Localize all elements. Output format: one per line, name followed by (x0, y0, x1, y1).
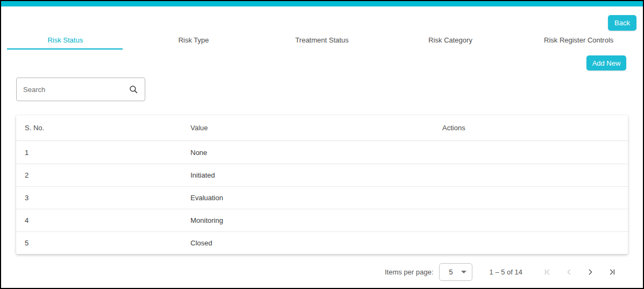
table-row: 3 Evaluation (16, 186, 628, 209)
tab-bar: Risk Status Risk Type Treatment Status R… (1, 31, 643, 50)
table-card: S. No. Value Actions 1 None 2 Initiated … (16, 115, 628, 254)
page-range-label: 1 – 5 of 14 (490, 268, 522, 276)
search-input[interactable] (17, 86, 129, 94)
chevron-down-icon (461, 271, 466, 273)
top-accent-bar (1, 1, 643, 6)
table-header-row: S. No. Value Actions (16, 115, 628, 141)
search-icon (129, 84, 145, 94)
next-page-icon[interactable] (579, 263, 601, 281)
tab-risk-status[interactable]: Risk Status (1, 31, 130, 50)
table-row: 4 Monitoring (16, 209, 628, 231)
app-window: Back Risk Status Risk Type Treatment Sta… (0, 0, 644, 289)
tab-risk-category[interactable]: Risk Category (386, 31, 515, 50)
cell-sno: 3 (16, 194, 190, 202)
tab-risk-register-controls[interactable]: Risk Register Controls (514, 31, 643, 50)
search-box (16, 77, 145, 101)
back-button[interactable]: Back (608, 15, 636, 31)
paginator: Items per page: 5 1 – 5 of 14 (385, 263, 622, 281)
column-header-value: Value (190, 124, 442, 132)
table-body: 1 None 2 Initiated 3 Evaluation 4 Monito… (16, 141, 628, 254)
tab-risk-type[interactable]: Risk Type (130, 31, 258, 50)
column-header-actions: Actions (442, 124, 628, 132)
table-row: 1 None (16, 141, 628, 164)
table-row: 2 Initiated (16, 164, 628, 186)
first-page-icon (536, 263, 558, 281)
cell-sno: 4 (16, 216, 190, 224)
page-size-select[interactable]: 5 (439, 263, 472, 281)
cell-value: Closed (190, 239, 442, 247)
cell-value: Monitoring (190, 216, 442, 224)
page-size-value: 5 (449, 268, 453, 276)
table-row: 5 Closed (16, 231, 628, 254)
tab-treatment-status[interactable]: Treatment Status (258, 31, 386, 50)
cell-sno: 2 (16, 171, 190, 179)
add-new-button[interactable]: Add New (586, 55, 626, 71)
cell-sno: 1 (16, 149, 190, 157)
page-nav-buttons (536, 263, 622, 281)
items-per-page-label: Items per page: (385, 268, 433, 276)
cell-value: Initiated (190, 171, 442, 179)
last-page-icon[interactable] (601, 263, 622, 281)
previous-page-icon (558, 263, 579, 281)
cell-value: Evaluation (190, 194, 442, 202)
cell-sno: 5 (16, 239, 190, 247)
cell-value: None (190, 149, 442, 157)
column-header-sno: S. No. (16, 124, 190, 132)
